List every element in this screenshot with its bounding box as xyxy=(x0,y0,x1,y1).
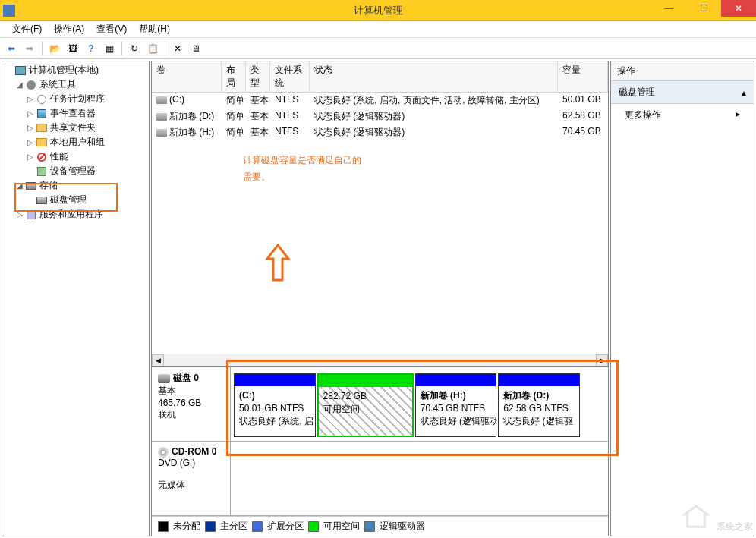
disk-0-size: 465.76 GB xyxy=(158,398,224,408)
help-icon[interactable]: ? xyxy=(83,40,99,57)
partition-h-status: 状态良好 (逻辑驱动 xyxy=(421,415,492,428)
cdrom-row: CD-ROM 0 DVD (G:) 无媒体 xyxy=(152,442,608,516)
properties-button[interactable]: 🖼 xyxy=(65,40,81,57)
legend-logical-swatch xyxy=(364,521,375,532)
tree-services-apps[interactable]: ▷ 服务和应用程序 xyxy=(4,207,147,222)
tree-local-users-label: 本地用户和组 xyxy=(50,136,105,149)
partition-h-size: 70.45 GB NTFS xyxy=(421,402,492,415)
menu-bar: 文件(F) 操作(A) 查看(V) 帮助(H) xyxy=(0,21,756,38)
legend-extended-swatch xyxy=(252,521,263,532)
tree-disk-management[interactable]: 磁盘管理 xyxy=(4,193,147,207)
back-button[interactable]: ⬅ xyxy=(3,40,20,57)
gear-icon xyxy=(27,80,36,90)
event-icon xyxy=(37,109,46,118)
service-icon xyxy=(27,210,36,219)
partition-d-header xyxy=(499,374,579,386)
tree-disk-management-label: 磁盘管理 xyxy=(50,193,87,206)
disk-drive-icon xyxy=(158,374,170,383)
legend-logical-label: 逻辑驱动器 xyxy=(380,520,425,533)
forward-button[interactable]: ➡ xyxy=(21,40,38,57)
close-button[interactable]: ✕ xyxy=(721,0,756,17)
partition-free-header xyxy=(319,375,412,387)
tree-storage-label: 存储 xyxy=(39,179,58,192)
table-row[interactable]: (C:)简单基本NTFS状态良好 (系统, 启动, 页面文件, 活动, 故障转储… xyxy=(152,93,608,109)
refresh-button[interactable]: ↻ xyxy=(126,40,143,57)
tree-task-scheduler[interactable]: ▷ 任务计划程序 xyxy=(4,92,147,106)
menu-actions[interactable]: 操作(A) xyxy=(48,21,90,37)
main-content: 计算机管理(本地) ◢ 系统工具 ▷ 任务计划程序 ▷ 事件查看器 ▷ 共享文件… xyxy=(0,59,756,538)
col-volume[interactable]: 卷 xyxy=(152,61,222,92)
tree-services-apps-label: 服务和应用程序 xyxy=(39,208,103,221)
list-button[interactable]: 📋 xyxy=(144,40,161,57)
tile-button[interactable]: ▦ xyxy=(101,40,118,57)
partition-c[interactable]: (C:) 50.01 GB NTFS 状态良好 (系统, 启 xyxy=(234,373,316,437)
maximize-button[interactable]: ☐ xyxy=(686,0,721,17)
computer-icon xyxy=(15,66,26,75)
scroll-right-button[interactable]: ▶ xyxy=(596,354,608,367)
tree-task-scheduler-label: 任务计划程序 xyxy=(50,93,105,105)
col-capacity[interactable]: 容量 xyxy=(558,61,608,92)
menu-help[interactable]: 帮助(H) xyxy=(133,21,176,37)
col-layout[interactable]: 布局 xyxy=(222,61,246,92)
share-icon xyxy=(36,124,47,132)
horizontal-scrollbar[interactable]: ◀ ▶ xyxy=(152,354,608,366)
col-filesystem[interactable]: 文件系统 xyxy=(270,61,310,92)
menu-file[interactable]: 文件(F) xyxy=(6,21,48,37)
tree-device-manager[interactable]: 设备管理器 xyxy=(4,164,147,178)
actions-more[interactable]: 更多操作 ▸ xyxy=(611,104,754,126)
legend-extended-label: 扩展分区 xyxy=(267,520,304,533)
actions-section-disk[interactable]: 磁盘管理 ▴ xyxy=(611,81,754,104)
table-row[interactable]: 新加卷 (D:)简单基本NTFS状态良好 (逻辑驱动器)62.58 GB xyxy=(152,109,608,124)
performance-icon xyxy=(37,153,46,162)
partition-c-status: 状态良好 (系统, 启 xyxy=(239,415,310,428)
collapse-icon: ▴ xyxy=(742,87,746,98)
cdrom-label[interactable]: CD-ROM 0 DVD (G:) 无媒体 xyxy=(152,442,231,515)
tree-event-viewer[interactable]: ▷ 事件查看器 xyxy=(4,106,147,121)
window-controls: — ☐ ✕ xyxy=(651,0,756,17)
col-type[interactable]: 类型 xyxy=(246,61,270,92)
disk-0-row: 磁盘 0 基本 465.76 GB 联机 (C:) 50.01 GB NTFS … xyxy=(152,367,608,442)
partition-c-name: (C:) xyxy=(239,389,310,402)
table-row[interactable]: 新加卷 (H:)简单基本NTFS状态良好 (逻辑驱动器)70.45 GB xyxy=(152,124,608,140)
tree-shared-folders[interactable]: ▷ 共享文件夹 xyxy=(4,121,147,135)
partition-d-name: 新加卷 (D:) xyxy=(503,389,575,402)
delete-button[interactable]: ✕ xyxy=(169,40,186,57)
actions-pane: 操作 磁盘管理 ▴ 更多操作 ▸ xyxy=(610,61,754,536)
legend-primary-label: 主分区 xyxy=(220,520,247,533)
menu-view[interactable]: 查看(V) xyxy=(90,21,133,37)
scroll-left-button[interactable]: ◀ xyxy=(152,354,164,367)
partition-free[interactable]: 282.72 GB 可用空间 xyxy=(317,373,414,437)
up-button[interactable]: 📂 xyxy=(46,40,63,57)
tree-root[interactable]: 计算机管理(本地) xyxy=(4,63,147,77)
users-icon xyxy=(36,138,47,146)
partition-d[interactable]: 新加卷 (D:) 62.58 GB NTFS 状态良好 (逻辑驱 xyxy=(498,373,580,437)
tree-storage[interactable]: ◢ 存储 xyxy=(4,178,147,193)
device-icon xyxy=(37,167,46,176)
tree-device-manager-label: 设备管理器 xyxy=(50,165,96,178)
annotation-line2: 需要。 xyxy=(243,169,361,186)
navigation-tree: 计算机管理(本地) ◢ 系统工具 ▷ 任务计划程序 ▷ 事件查看器 ▷ 共享文件… xyxy=(2,61,150,536)
tree-performance[interactable]: ▷ 性能 xyxy=(4,149,147,164)
tree-event-viewer-label: 事件查看器 xyxy=(50,107,96,120)
app-icon xyxy=(3,5,15,17)
tree-local-users[interactable]: ▷ 本地用户和组 xyxy=(4,135,147,149)
window-title: 计算机管理 xyxy=(354,4,403,17)
partition-c-size: 50.01 GB NTFS xyxy=(239,402,310,415)
legend: 未分配 主分区 扩展分区 可用空间 逻辑驱动器 xyxy=(152,516,608,536)
minimize-button[interactable]: — xyxy=(651,0,686,17)
col-status[interactable]: 状态 xyxy=(310,61,558,92)
actions-header: 操作 xyxy=(611,61,754,81)
actions-more-label: 更多操作 xyxy=(625,109,661,121)
partition-h[interactable]: 新加卷 (H:) 70.45 GB NTFS 状态良好 (逻辑驱动 xyxy=(415,373,497,437)
cdrom-title: CD-ROM 0 xyxy=(172,446,216,457)
clock-icon xyxy=(37,95,46,104)
annotation-line1: 计算磁盘容量是否满足自己的 xyxy=(243,153,361,169)
partition-h-header xyxy=(416,374,496,386)
settings-button[interactable]: 🖥 xyxy=(187,40,204,57)
storage-icon xyxy=(26,182,36,190)
tree-system-tools[interactable]: ◢ 系统工具 xyxy=(4,77,147,92)
disk-0-label[interactable]: 磁盘 0 基本 465.76 GB 联机 xyxy=(152,367,231,441)
disk-0-type: 基本 xyxy=(158,385,224,398)
cdrom-drive: DVD (G:) xyxy=(158,458,224,468)
disk-icon xyxy=(36,197,47,204)
